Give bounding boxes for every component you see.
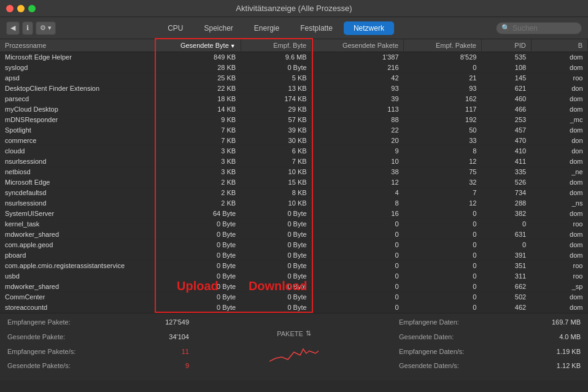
cell-process: Microsoft Edge (0, 177, 156, 188)
table-row[interactable]: pboard0 Byte0 Byte00391dom (0, 250, 588, 261)
cell-recvPkts: 0 (404, 240, 482, 250)
cell-process: com.apple.geod (0, 240, 156, 250)
cell-pid: 391 (481, 250, 531, 261)
cell-recvBytes: 0 Byte (241, 282, 311, 292)
table-row[interactable]: parsecd18 KB174 KB39162460dom (0, 94, 588, 104)
cell-recvPkts: 8 (404, 146, 482, 156)
cell-sentBytes: 14 KB (156, 104, 241, 115)
footer-right-stats: Empfangene Daten:169.7 MBGesendete Daten… (392, 313, 588, 380)
cell-user: dom (531, 63, 587, 73)
table-row[interactable]: kernel_task0 Byte0 Byte000roo (0, 219, 588, 229)
col-header-pid[interactable]: PID (481, 39, 531, 52)
table-row[interactable]: cloudd3 KB6 KB98410don (0, 146, 588, 156)
table-row[interactable]: Spotlight7 KB39 KB2250457dom (0, 125, 588, 136)
table-row[interactable]: myCloud Desktop14 KB29 KB113117466dom (0, 104, 588, 115)
table-row[interactable]: syncdefaultsd2 KB8 KB47734dom (0, 188, 588, 198)
table-row[interactable]: mDNSResponder9 KB57 KB88192253_mc (0, 115, 588, 125)
col-header-user[interactable]: B (531, 39, 587, 52)
cell-recvPkts: 0 (404, 209, 482, 219)
cell-process: myCloud Desktop (0, 104, 156, 115)
back-button[interactable]: ◀ (6, 21, 20, 35)
cell-pid: 253 (481, 115, 531, 125)
cell-sentBytes: 2 KB (156, 198, 241, 209)
col-header-process[interactable]: Prozessname (0, 39, 156, 52)
cell-sentPkts: 9 (312, 146, 404, 156)
table-row[interactable]: DesktopClient Finder Extension22 KB13 KB… (0, 83, 588, 94)
cell-sentBytes: 64 Byte (156, 209, 241, 219)
cell-recvBytes: 0 Byte (241, 63, 311, 73)
col-header-recvPkts[interactable]: Empf. Pakete (404, 39, 482, 52)
table-row[interactable]: nsurlsessiond2 KB10 KB812288_ns (0, 198, 588, 209)
cell-user: don (531, 146, 587, 156)
cell-user: dom (531, 188, 587, 198)
cell-pid: 470 (481, 136, 531, 146)
cell-sentPkts: 12 (312, 177, 404, 188)
tab-speicher[interactable]: Speicher (194, 21, 242, 35)
table-row[interactable]: syslogd28 KB0 Byte2160108dom (0, 63, 588, 73)
table-row[interactable]: CommCenter0 Byte0 Byte00502dom (0, 292, 588, 302)
close-button[interactable] (6, 5, 14, 12)
table-row[interactable]: nsurlsessiond3 KB7 KB1012411dom (0, 156, 588, 167)
table-row[interactable]: apsd25 KB5 KB4221145roo (0, 73, 588, 83)
cell-recvPkts: 32 (404, 177, 482, 188)
tab-cpu[interactable]: CPU (158, 21, 193, 35)
table-row[interactable]: com.apple.geod0 Byte0 Byte000dom (0, 240, 588, 250)
cell-user: dom (531, 292, 587, 302)
table-row[interactable]: usbd0 Byte0 Byte00311roo (0, 271, 588, 282)
minimize-button[interactable] (17, 5, 25, 12)
table-row[interactable]: mdworker_shared0 Byte0 Byte00631dom (0, 229, 588, 240)
cell-sentBytes: 0 Byte (156, 219, 241, 229)
table-row[interactable]: storeaccountd0 Byte0 Byte00462dom (0, 302, 588, 313)
cell-recvPkts: 0 (404, 63, 482, 73)
cell-recvBytes: 10 KB (241, 198, 311, 209)
cell-sentPkts: 216 (312, 63, 404, 73)
col-header-recvBytes[interactable]: Empf. Byte (241, 39, 311, 52)
info-button[interactable]: ℹ (22, 21, 33, 35)
table-row[interactable]: mdworker_shared0 Byte0 Byte00662_sp (0, 282, 588, 292)
main-area: Upload Download ProzessnameGesendete Byt… (0, 39, 588, 313)
pakete-sort-icon: ⇅ (306, 329, 311, 337)
cell-pid: 410 (481, 146, 531, 156)
cell-sentBytes: 0 Byte (156, 229, 241, 240)
cell-sentBytes: 22 KB (156, 83, 241, 94)
footer-chart-label: PAKETE ⇅ (277, 329, 311, 337)
table-row[interactable]: Microsoft Edge2 KB15 KB1232526dom (0, 177, 588, 188)
cell-sentPkts: 93 (312, 83, 404, 94)
cell-sentPkts: 0 (312, 219, 404, 229)
tab-netzwerk[interactable]: Netzwerk (344, 21, 394, 35)
cell-sentBytes: 25 KB (156, 73, 241, 83)
cell-sentPkts: 22 (312, 125, 404, 136)
pakete-button[interactable]: PAKETE (277, 330, 303, 337)
cell-process: mdworker_shared (0, 282, 156, 292)
table-row[interactable]: netbiosd3 KB10 KB3875335_ne (0, 167, 588, 177)
cell-sentBytes: 0 Byte (156, 261, 241, 271)
table-row[interactable]: Microsoft Edge Helper849 KB9.6 MB1'3878'… (0, 52, 588, 63)
cell-sentBytes: 7 KB (156, 136, 241, 146)
search-input[interactable] (513, 24, 580, 33)
cell-sentBytes: 3 KB (156, 146, 241, 156)
maximize-button[interactable] (28, 5, 36, 12)
tab-energie[interactable]: Energie (244, 21, 289, 35)
table-row[interactable]: com.apple.cmio.registerassistantservice0… (0, 261, 588, 271)
gear-button[interactable]: ⚙ ▾ (36, 21, 56, 35)
cell-sentPkts: 39 (312, 94, 404, 104)
cell-recvBytes: 13 KB (241, 83, 311, 94)
search-box[interactable]: 🔍 (496, 22, 582, 34)
col-header-sentBytes[interactable]: Gesendete Byte▼ (156, 39, 241, 52)
cell-recvBytes: 0 Byte (241, 271, 311, 282)
table-row[interactable]: SystemUIServer64 Byte0 Byte160382dom (0, 209, 588, 219)
footer-value: 169.7 MB (499, 318, 581, 332)
cell-process: nsurlsessiond (0, 198, 156, 209)
cell-recvBytes: 39 KB (241, 125, 311, 136)
cell-recvPkts: 162 (404, 94, 482, 104)
cell-process: Microsoft Edge Helper (0, 52, 156, 63)
table-row[interactable]: commerce7 KB30 KB2033470don (0, 136, 588, 146)
col-header-sentPkts[interactable]: Gesendete Pakete (312, 39, 404, 52)
cell-pid: 466 (481, 104, 531, 115)
cell-pid: 288 (481, 198, 531, 209)
cell-process: mDNSResponder (0, 115, 156, 125)
tab-festplatte[interactable]: Festplatte (290, 21, 342, 35)
cell-recvBytes: 0 Byte (241, 219, 311, 229)
cell-recvBytes: 0 Byte (241, 229, 311, 240)
cell-recvPkts: 7 (404, 188, 482, 198)
